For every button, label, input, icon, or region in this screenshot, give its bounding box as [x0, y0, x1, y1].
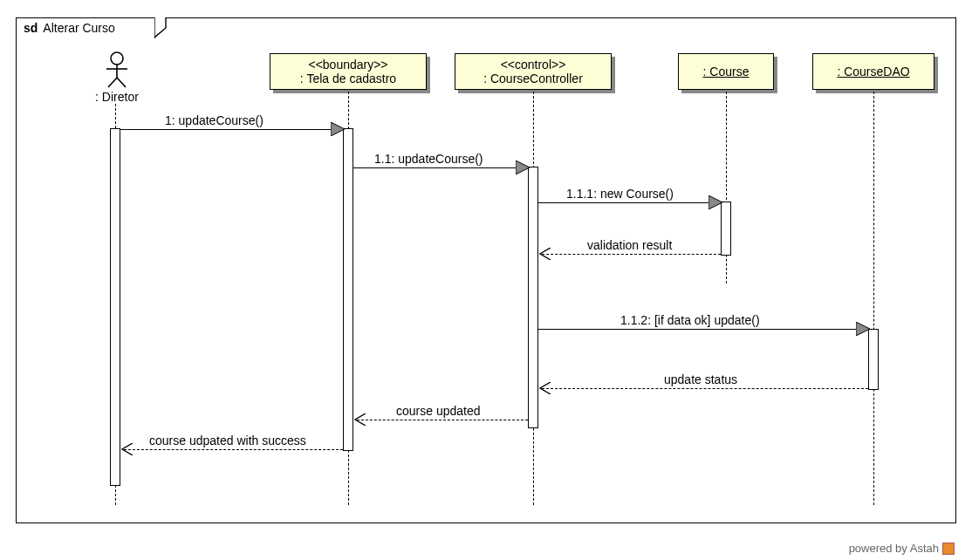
frame-title: Alterar Curso — [43, 21, 114, 35]
arrow-icon — [331, 122, 346, 136]
svg-marker-5 — [331, 122, 345, 136]
lifeline-dao: : CourseDAO — [812, 53, 934, 90]
activation-dao — [868, 329, 879, 390]
msg-112-line — [538, 329, 865, 330]
activation-boundary — [343, 128, 353, 451]
astah-logo-icon — [942, 543, 955, 555]
activation-actor — [110, 128, 120, 486]
stereotype-control: <<control>> — [462, 58, 604, 72]
actor-diretor: : Diretor — [82, 51, 152, 104]
activation-course — [721, 201, 731, 256]
return-111-label: validation result — [587, 238, 672, 252]
tab-notch-icon — [154, 17, 167, 38]
arrow-icon — [516, 160, 531, 174]
arrow-icon — [856, 322, 872, 336]
footer: powered by Astah — [849, 542, 955, 555]
msg-11-label: 1.1: updateCourse() — [374, 152, 483, 166]
sequence-frame: sd Alterar Curso : Diretor <<boundary>> … — [16, 17, 956, 523]
lifeline-dao-line — [873, 92, 874, 505]
msg-112-label: 1.1.2: [if data ok] update() — [620, 313, 760, 327]
lifeline-boundary: <<boundary>> : Tela de cadastro — [270, 53, 427, 90]
msg-1-line — [120, 129, 339, 130]
arrow-icon — [708, 195, 724, 209]
svg-line-4 — [117, 78, 126, 87]
msg-1-label: 1: updateCourse() — [165, 113, 264, 127]
return-1-label: course udpated with success — [149, 434, 306, 447]
footer-text: powered by Astah — [849, 542, 939, 555]
lifeline-boundary-label: : Tela de cadastro — [277, 72, 419, 85]
lifeline-course-label: : Course — [703, 65, 750, 79]
stereotype-boundary: <<boundary>> — [277, 58, 419, 72]
svg-marker-7 — [708, 195, 722, 209]
msg-111-label: 1.1.1: new Course() — [566, 187, 674, 201]
msg-111-line — [538, 202, 717, 203]
msg-11-line — [353, 167, 524, 168]
actor-label: : Diretor — [82, 90, 152, 104]
return-112-line — [542, 388, 868, 389]
arrow-open-icon — [538, 382, 552, 394]
return-112-label: update status — [664, 372, 737, 386]
frame-tab: sd Alterar Curso — [16, 17, 155, 38]
return-11-label: course updated — [396, 404, 481, 418]
arrow-open-icon — [538, 248, 552, 260]
frame-tag: sd — [24, 21, 38, 35]
lifeline-course: : Course — [678, 53, 774, 90]
lifeline-control-label: : CourseController — [462, 72, 604, 85]
lifeline-dao-label: : CourseDAO — [837, 65, 909, 79]
lifeline-control: <<control>> : CourseController — [455, 53, 612, 90]
svg-marker-8 — [856, 322, 870, 336]
return-1-line — [124, 449, 343, 450]
return-11-line — [357, 420, 528, 420]
arrow-open-icon — [120, 443, 134, 455]
svg-line-3 — [108, 78, 117, 87]
activation-control — [528, 167, 538, 428]
svg-marker-6 — [516, 160, 530, 174]
svg-point-0 — [111, 52, 123, 65]
return-111-line — [542, 254, 721, 255]
actor-icon — [103, 51, 131, 88]
arrow-open-icon — [353, 413, 367, 426]
